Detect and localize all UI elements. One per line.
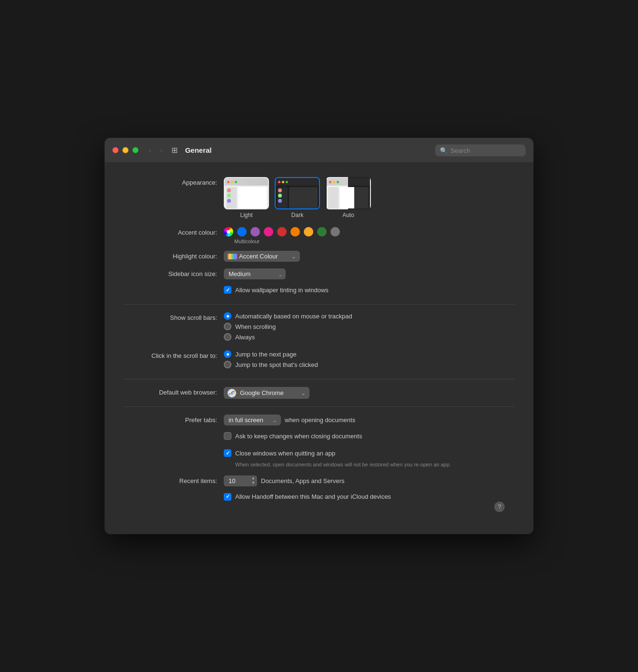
scroll-scrolling-row: When scrolling [224, 323, 276, 330]
appearance-control: Light [224, 177, 514, 220]
close-windows-spacer [124, 449, 224, 451]
help-button[interactable]: ? [494, 502, 505, 512]
nav-buttons: ‹ › [146, 145, 166, 156]
scroll-auto-radio[interactable] [224, 312, 231, 320]
scroll-auto-row: Automatically based on mouse or trackpad [224, 312, 352, 320]
handoff-label: Allow Handoff between this Mac and your … [235, 493, 391, 500]
forward-button[interactable]: › [157, 145, 165, 156]
browser-select-wrapper: Google Chrome Safari Firefox [224, 387, 309, 399]
scroll-scrolling-radio[interactable] [224, 323, 231, 330]
ask-keep-label: Ask to keep changes when closing documen… [235, 433, 362, 440]
accent-selected-label: Multicolour [234, 238, 259, 244]
click-scroll-bar-control: Jump to the next page Jump to the spot t… [224, 350, 514, 371]
stepper-arrows: ▲ ▼ [251, 476, 255, 485]
close-windows-checkbox-row: ✓ Close windows when quitting an app [224, 449, 335, 457]
close-windows-control: ✓ Close windows when quitting an app Whe… [224, 449, 514, 468]
wallpaper-tinting-label: Allow wallpaper tinting in windows [235, 287, 329, 294]
prefer-tabs-select[interactable]: always in full screen never [224, 415, 281, 425]
sidebar-icon-size-row: Sidebar icon size: Small Medium Large [124, 268, 514, 279]
handoff-spacer [124, 493, 224, 495]
wallpaper-tinting-control: ✓ Allow wallpaper tinting in windows [224, 286, 514, 296]
ask-keep-checkbox[interactable] [224, 432, 231, 440]
handoff-control: ✓ Allow Handoff between this Mac and you… [224, 493, 514, 504]
scroll-always-radio[interactable] [224, 333, 231, 341]
accent-multicolor[interactable] [224, 227, 233, 237]
ask-keep-checkbox-row: Ask to keep changes when closing documen… [224, 432, 362, 440]
accent-colour-label: Accent colour: [124, 227, 224, 236]
highlight-colour-control: Accent Colour Blue Purple Pink Red Orang… [224, 251, 514, 262]
sidebar-icon-size-control: Small Medium Large [224, 268, 514, 279]
search-input[interactable] [450, 147, 521, 154]
sidebar-icon-size-select-wrapper: Small Medium Large [224, 268, 286, 279]
stepper-down[interactable]: ▼ [251, 481, 255, 485]
highlight-select-wrapper: Accent Colour Blue Purple Pink Red Orang… [224, 251, 300, 262]
handoff-checkbox-row: ✓ Allow Handoff between this Mac and you… [224, 493, 391, 501]
wallpaper-tinting-row: ✓ Allow wallpaper tinting in windows [124, 286, 514, 296]
prefer-tabs-control: always in full screen never when opening… [224, 415, 514, 425]
divider-3 [124, 406, 514, 407]
prefer-tabs-suffix: when opening documents [285, 416, 355, 424]
titlebar: ‹ › ⊞ General 🔍 [105, 138, 533, 163]
ask-keep-control: Ask to keep changes when closing documen… [224, 432, 514, 443]
minimize-button[interactable] [122, 147, 129, 153]
recent-items-stepper: ▲ ▼ [224, 475, 257, 486]
appearance-auto[interactable]: Auto [326, 177, 371, 218]
default-browser-select[interactable]: Google Chrome Safari Firefox [224, 387, 309, 399]
scroll-scrolling-label: When scrolling [235, 323, 276, 330]
scroll-always-row: Always [224, 333, 255, 341]
accent-graphite[interactable] [330, 227, 340, 237]
wallpaper-tinting-checkbox-row: ✓ Allow wallpaper tinting in windows [224, 286, 329, 294]
tabs-select-wrapper: always in full screen never [224, 415, 281, 425]
recent-items-suffix: Documents, Apps and Servers [261, 477, 345, 484]
accent-red[interactable] [277, 227, 287, 237]
divider-1 [124, 304, 514, 305]
accent-pink[interactable] [264, 227, 273, 237]
close-windows-checkbox[interactable]: ✓ [224, 449, 231, 457]
appearance-options: Light [224, 177, 371, 218]
divider-2 [124, 379, 514, 379]
accent-blue[interactable] [237, 227, 247, 237]
highlight-colour-select[interactable]: Accent Colour Blue Purple Pink Red Orang… [224, 251, 300, 262]
handoff-row: ✓ Allow Handoff between this Mac and you… [124, 493, 514, 504]
fullscreen-button[interactable] [132, 147, 139, 153]
default-browser-row: Default web browser: [124, 387, 514, 399]
scroll-bars-control: Automatically based on mouse or trackpad… [224, 312, 514, 344]
click-spot-radio[interactable] [224, 361, 231, 368]
click-next-page-radio[interactable] [224, 350, 231, 358]
appearance-dark[interactable]: Dark [275, 177, 320, 218]
click-spot-label: Jump to the spot that's clicked [235, 361, 318, 368]
back-button[interactable]: ‹ [146, 145, 154, 156]
accent-orange[interactable] [290, 227, 300, 237]
accent-purple[interactable] [250, 227, 260, 237]
handoff-checkbox[interactable]: ✓ [224, 493, 231, 501]
click-next-page-label: Jump to the next page [235, 351, 297, 358]
accent-yellow[interactable] [304, 227, 313, 237]
appearance-light[interactable]: Light [224, 177, 269, 218]
appearance-light-label: Light [240, 212, 252, 218]
wallpaper-tinting-checkbox[interactable]: ✓ [224, 286, 231, 294]
ask-keep-spacer [124, 432, 224, 434]
appearance-auto-label: Auto [342, 212, 354, 218]
click-spot-row: Jump to the spot that's clicked [224, 361, 318, 368]
wallpaper-tinting-spacer [124, 286, 224, 288]
accent-color-picker [224, 227, 340, 237]
default-browser-control: Google Chrome Safari Firefox [224, 387, 514, 399]
click-next-page-row: Jump to the next page [224, 350, 297, 358]
prefer-tabs-row: Prefer tabs: always in full screen never… [124, 415, 514, 425]
prefer-tabs-label: Prefer tabs: [124, 415, 224, 424]
close-windows-subtext: When selected, open documents and window… [235, 461, 451, 468]
stepper-up[interactable]: ▲ [251, 476, 255, 481]
window-title: General [185, 146, 212, 154]
sidebar-icon-size-label: Sidebar icon size: [124, 268, 224, 277]
scroll-bars-row: Show scroll bars: Automatically based on… [124, 312, 514, 344]
scroll-auto-label: Automatically based on mouse or trackpad [235, 313, 352, 320]
grid-button[interactable]: ⊞ [168, 145, 181, 156]
click-scroll-bar-row: Click in the scroll bar to: Jump to the … [124, 350, 514, 371]
prefer-tabs-inline: always in full screen never when opening… [224, 415, 355, 425]
scroll-always-label: Always [235, 334, 255, 341]
sidebar-icon-size-select[interactable]: Small Medium Large [224, 268, 286, 279]
scroll-bars-label: Show scroll bars: [124, 312, 224, 321]
close-button[interactable] [112, 147, 119, 153]
accent-green[interactable] [317, 227, 327, 237]
accent-colour-row: Accent colour: Multicolour [124, 227, 514, 244]
